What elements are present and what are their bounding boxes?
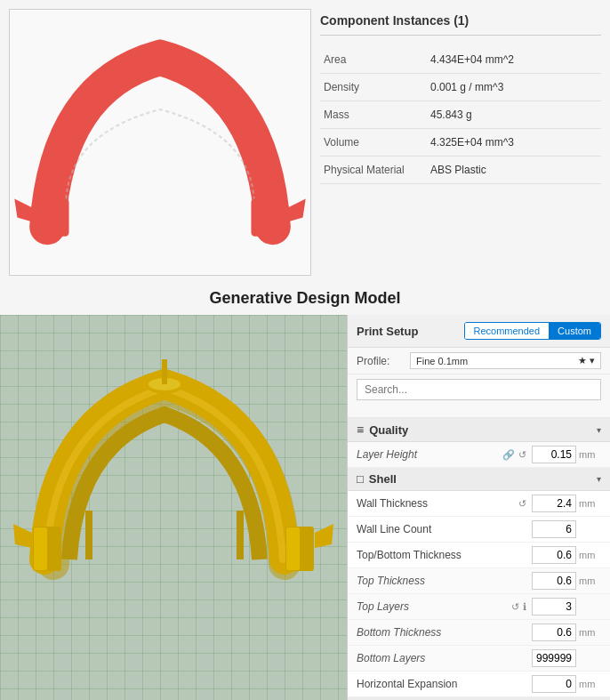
row-value: 4.434E+04 mm^2	[427, 46, 601, 74]
top-layers-info-icon[interactable]: ℹ	[523, 601, 526, 613]
top-bottom-thickness-row: Top/Bottom Thickness mm	[348, 543, 610, 568]
top-thickness-unit: mm	[579, 575, 601, 586]
bottom-layers-label: Bottom Layers	[357, 652, 532, 664]
wall-line-count-row: Wall Line Count	[348, 517, 610, 543]
panel-header: Print Setup Recommended Custom	[348, 315, 610, 348]
top-bottom-thickness-input[interactable]	[532, 546, 576, 564]
top-bottom-thickness-unit: mm	[579, 550, 601, 560]
top-thickness-label: Top Thickness	[357, 575, 532, 587]
bottom-thickness-label: Bottom Thickness	[357, 626, 532, 639]
quality-section-header[interactable]: ≡ Quality ▾	[348, 418, 610, 442]
svg-rect-5	[34, 527, 47, 570]
table-row: Physical MaterialABS Plastic	[320, 157, 601, 184]
search-input[interactable]	[357, 379, 601, 400]
row-value: 0.001 g / mm^3	[427, 74, 601, 101]
main-container: Component Instances (1) Area4.434E+04 mm…	[0, 0, 610, 700]
wall-thickness-unit: mm	[579, 498, 601, 509]
row-label: Density	[320, 74, 427, 101]
generative-design-label: Generative Design Model	[0, 285, 610, 315]
svg-point-3	[140, 50, 181, 68]
menu-icon: ☰	[347, 399, 349, 412]
print-setup-panel: Print Setup Recommended Custom Profile: …	[347, 315, 610, 700]
wall-thickness-input[interactable]	[532, 495, 576, 512]
reset-icon[interactable]: ↺	[518, 449, 526, 461]
row-label: Mass	[320, 101, 427, 129]
panel-title: Print Setup	[357, 325, 418, 338]
layer-height-icons: 🔗 ↺	[502, 449, 526, 461]
profile-label: Profile:	[357, 355, 410, 367]
layer-height-label: Layer Height	[357, 448, 502, 461]
svg-rect-1	[36, 198, 69, 236]
component-table: Area4.434E+04 mm^2Density0.001 g / mm^3M…	[320, 46, 601, 184]
quality-chevron: ▾	[597, 425, 601, 435]
shell-header-left: □ Shell	[357, 472, 397, 486]
model-image-top	[9, 9, 311, 276]
bottom-thickness-row: Bottom Thickness mm	[348, 620, 610, 646]
svg-rect-7	[286, 527, 300, 570]
print-image: 5% Saving in Material per part 2% Saving…	[0, 315, 347, 700]
quality-icon: ≡	[357, 422, 364, 437]
bottom-layers-row: Bottom Layers	[348, 646, 610, 672]
top-layers-icons: ↺ ℹ	[511, 601, 526, 613]
wall-line-count-label: Wall Line Count	[357, 523, 532, 535]
wall-thickness-label: Wall Thickness	[357, 497, 518, 510]
row-label: Physical Material	[320, 157, 427, 184]
top-layers-label: Top Layers	[357, 600, 511, 613]
component-info: Component Instances (1) Area4.434E+04 mm…	[320, 0, 610, 285]
profile-select[interactable]: Fine 0.1mm ★ ▾	[410, 352, 601, 369]
bottom-layers-input[interactable]	[532, 649, 576, 667]
top-layers-row: Top Layers ↺ ℹ	[348, 594, 610, 620]
quality-label: Quality	[369, 423, 408, 437]
link-icon[interactable]: 🔗	[502, 449, 515, 461]
top-bottom-thickness-label: Top/Bottom Thickness	[357, 549, 532, 561]
table-row: Mass45.843 g	[320, 101, 601, 129]
shell-icon: □	[357, 472, 364, 486]
top-thickness-input[interactable]	[532, 572, 576, 590]
wall-line-count-input[interactable]	[532, 520, 576, 538]
wall-thickness-icons: ↺	[518, 498, 526, 510]
top-layers-reset-icon[interactable]: ↺	[511, 601, 519, 613]
shell-label: Shell	[369, 472, 397, 486]
profile-row: Profile: Fine 0.1mm ★ ▾	[348, 348, 610, 374]
horizontal-expansion-label: Horizontal Expansion	[357, 678, 532, 690]
bottom-thickness-input[interactable]	[532, 624, 576, 641]
toggle-buttons: Recommended Custom	[464, 322, 602, 340]
table-row: Volume4.325E+04 mm^3	[320, 129, 601, 157]
shell-chevron: ▾	[597, 474, 601, 484]
layer-height-unit: mm	[579, 449, 601, 460]
bottom-section: 5% Saving in Material per part 2% Saving…	[0, 315, 610, 700]
wall-reset-icon[interactable]: ↺	[518, 498, 526, 510]
top-section: Component Instances (1) Area4.434E+04 mm…	[0, 0, 610, 285]
quality-header-left: ≡ Quality	[357, 422, 408, 437]
star-icon: ★ ▾	[578, 355, 595, 366]
layer-height-input[interactable]	[532, 446, 576, 463]
top-thickness-row: Top Thickness mm	[348, 568, 610, 594]
layer-height-row: Layer Height 🔗 ↺ mm	[348, 442, 610, 468]
recommended-btn[interactable]: Recommended	[465, 323, 550, 339]
profile-value: Fine 0.1mm	[416, 356, 468, 366]
row-value: 4.325E+04 mm^3	[427, 129, 601, 157]
bottom-thickness-unit: mm	[579, 627, 601, 638]
svg-rect-2	[251, 198, 284, 236]
horizontal-expansion-input[interactable]	[532, 675, 576, 693]
horizontal-expansion-row: Horizontal Expansion mm	[348, 672, 610, 697]
horizontal-expansion-unit: mm	[579, 679, 601, 689]
table-row: Area4.434E+04 mm^2	[320, 46, 601, 74]
row-value: 45.843 g	[427, 101, 601, 129]
top-layers-input[interactable]	[532, 598, 576, 616]
wall-thickness-row: Wall Thickness ↺ mm	[348, 491, 610, 517]
search-row: ☰	[348, 374, 610, 418]
table-row: Density0.001 g / mm^3	[320, 74, 601, 101]
component-title: Component Instances (1)	[320, 13, 601, 36]
row-value: ABS Plastic	[427, 157, 601, 184]
custom-btn[interactable]: Custom	[549, 323, 600, 339]
row-label: Area	[320, 46, 427, 74]
row-label: Volume	[320, 129, 427, 157]
shell-section-header[interactable]: □ Shell ▾	[348, 468, 610, 491]
